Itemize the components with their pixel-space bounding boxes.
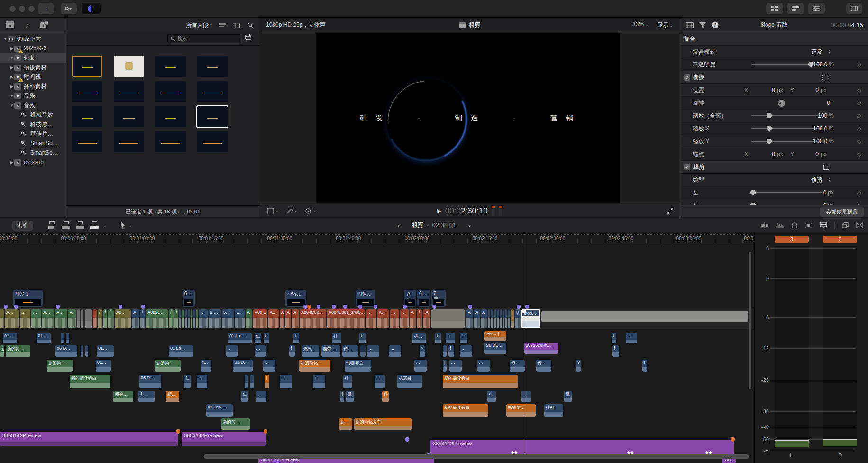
disclosure-triangle-icon[interactable]: ▼ [9,103,14,108]
timeline-clip[interactable]: ? [576,360,581,372]
position-keyframe-button[interactable]: ◇ [857,87,861,93]
timeline-clip[interactable]: … [263,360,275,372]
browser-thumbnail[interactable] [72,131,102,152]
snapping-icon[interactable] [805,222,813,228]
append-edit-icon[interactable] [76,221,85,230]
timeline-clip[interactable]: 倒咖啡豆 [345,360,371,372]
timeline-clip[interactable]: f [448,345,454,357]
browser-thumbnail[interactable] [155,131,186,152]
edit-popup-chevron[interactable]: ⌄ [103,224,107,228]
timeline-clip[interactable]: / [174,309,178,328]
timeline-clip[interactable]: 01… [37,333,51,343]
timeline-clip[interactable]: 06 D… [139,375,161,388]
timeline-clip[interactable] [250,375,254,388]
timeline-clip[interactable]: A [285,309,291,328]
clip-marker[interactable] [307,305,311,309]
sidebar-item-7[interactable]: ▼★音效 [0,101,66,110]
timeline-clip[interactable]: 传… [510,360,525,372]
timeline-clip[interactable] [491,309,493,328]
timeline-clip[interactable]: A0… [115,309,131,328]
peak-badge-left[interactable]: 3 [775,236,809,243]
timeline-clip[interactable] [93,309,97,328]
timeline-clip[interactable]: … [31,309,41,328]
disclosure-triangle-icon[interactable]: ▼ [3,37,8,41]
sidebar-item-1[interactable]: ▶★2025-9-6 [0,44,66,53]
timeline-clip[interactable] [431,309,465,328]
disclosure-triangle-icon[interactable]: ▼ [9,56,14,60]
timeline-clip[interactable]: A… [42,309,54,328]
disclosure-triangle-icon[interactable]: ▶ [9,75,14,79]
timeline-clip[interactable]: 机 [346,391,354,402]
clip-marker[interactable] [525,305,529,309]
browser-thumbnail[interactable] [72,56,102,77]
timeline-clip[interactable] [360,345,366,357]
timeline-clip[interactable]: 5 … [209,309,221,328]
timeline-clip[interactable]: 新的简化旁白 [70,375,110,388]
rotation-value[interactable]: 0° [827,100,834,106]
timeline-clip[interactable] [488,309,490,328]
scale-x-slider[interactable] [751,128,822,129]
share-button[interactable] [846,3,862,14]
anchor-y-value[interactable]: 0 [800,151,819,157]
clip-marker[interactable] [432,305,436,309]
transform-popup[interactable]: ⌄ [267,208,279,214]
play-button[interactable]: ▶ [437,208,441,214]
timeline-clip[interactable]: A [474,309,480,328]
browser-thumbnail[interactable] [72,81,102,102]
timeline-clip[interactable]: … [256,391,266,402]
timeline-clip[interactable]: 01 Low… [206,404,233,417]
anchor-x-value[interactable]: 0 [756,151,775,157]
timeline-clip[interactable]: 挂档 [544,404,563,417]
timeline-clip[interactable]: 新的简化… [299,360,330,372]
timeline-clip[interactable] [193,309,195,328]
blend-mode-popup[interactable]: 正常 [811,48,822,56]
scale-y-slider[interactable] [751,141,822,142]
timeline-clip[interactable]: / [417,309,422,328]
timeline-clip[interactable]: … [280,375,292,388]
scale-all-value[interactable]: 100% [818,112,834,119]
transform-checkbox[interactable]: ✓ [684,74,690,81]
timeline-clip[interactable]: 仁 [184,375,191,388]
sidebar-item-2[interactable]: ▼★包装 [0,53,66,63]
filter-icon[interactable] [699,22,706,28]
duplicate-window-icon[interactable] [842,222,849,228]
clip-marker[interactable] [343,305,347,309]
playhead[interactable] [524,233,524,455]
timeline-clip[interactable]: f [359,333,366,343]
sidebar-item-13[interactable]: ▶★crossub [0,157,66,167]
timeline-clip[interactable]: / [169,309,174,328]
timeline-clip[interactable]: | [443,360,447,372]
appearance-button[interactable] [82,3,101,14]
disclosure-triangle-icon[interactable]: ▶ [9,65,14,70]
clip-filter-popup[interactable]: 所有片段▴▾ [186,21,212,29]
crop-left-slider[interactable] [751,192,822,193]
timeline-clip[interactable]: 新 [0,345,4,357]
disclosure-triangle-icon[interactable]: ▶ [9,84,14,89]
timeline-clip[interactable]: 01… [96,360,111,372]
timeline-clip[interactable]: 01… [97,345,114,357]
timeline-clip[interactable]: 机器臂 [397,375,422,388]
timeline-clip[interactable] [61,333,64,343]
title-clip[interactable]: 研发 1 [13,290,43,307]
timeline-clip[interactable]: 新的… [113,391,133,402]
timeline-clip[interactable]: A00… [253,309,267,328]
connect-edit-icon[interactable] [47,221,57,230]
timeline-clip[interactable]: … [255,345,266,357]
timeline-clip[interactable] [179,309,181,328]
storyline-gap-clip[interactable] [541,311,748,322]
timeline-clip[interactable]: … [366,309,376,328]
insert-edit-icon[interactable] [62,221,71,230]
timeline-clip[interactable]: SLID… [233,360,253,372]
timeline-clip[interactable]: A [68,309,76,328]
timeline-clip[interactable]: / [103,309,107,328]
timeline-clip[interactable]: … [400,309,409,328]
timeline-clip[interactable]: 机… [412,333,426,343]
timeline-clip[interactable]: … [449,360,462,372]
transform-onscreen-icon[interactable] [822,75,829,80]
timeline-clip[interactable]: … [199,309,208,328]
timeline-clip[interactable]: 7% ⌄ | [484,331,506,341]
disclosure-triangle-icon[interactable]: ▶ [9,46,14,51]
title-clip[interactable]: 6… [183,290,195,307]
timeline-clip[interactable]: A… [5,309,19,328]
viewer-display-popup[interactable]: 显示 ⌄ [657,21,673,29]
